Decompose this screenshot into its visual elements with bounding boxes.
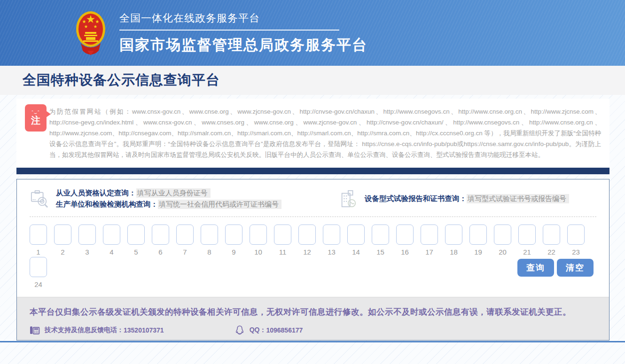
code-box-number: 19 [474,248,482,256]
code-box-cell: 12 [298,225,316,256]
code-input-7[interactable] [176,225,194,245]
code-box-number: 15 [376,248,384,256]
code-box-number: 9 [232,248,235,256]
code-input-3[interactable] [78,225,96,245]
code-box-cell: 10 [250,225,267,256]
support-phone-label: 技术支持及信息反馈电话： [45,326,124,334]
code-box-cell: 9 [225,225,242,256]
code-input-row-1: 1234567891011121314151617181920212223 [17,217,609,256]
code-input-19[interactable] [469,225,487,245]
code-box-cell: 11 [274,225,291,256]
code-box-cell: 22 [543,225,560,256]
page-title: 全国特种设备公示信息查询平台 [23,71,220,90]
code-box-number: 7 [183,248,187,256]
footer-note: 本平台仅归集公示各级发证机关颁发的特种设备相关许可信息，无权对许可信息进行修改。… [17,297,609,340]
main-container: ˆ⌣ˆ 注 为防范假冒网站（例如：www.cnsx-gov.cn、www.cns… [16,99,609,341]
support-phone-number: 13520107371 [124,326,164,334]
code-box-cell: 13 [323,225,340,256]
code-box-cell: 18 [445,225,462,256]
code-box-number: 12 [303,248,311,256]
code-input-17[interactable] [421,225,438,245]
type-test-query-hint: 填写型式试验证书号或报告编号 [467,194,569,203]
code-input-6[interactable] [152,225,169,245]
code-input-4[interactable] [103,225,120,245]
code-box-number: 10 [254,248,262,256]
code-box-cell: 4 [103,225,120,256]
code-input-1[interactable] [30,225,47,245]
code-input-9[interactable] [225,225,242,245]
qq-penguin-icon [234,325,245,335]
code-box-cell: 3 [78,225,96,256]
support-qq-label: QQ： [250,326,266,334]
code-box-cell: 23 [567,225,585,256]
code-box-number: 3 [85,248,89,256]
support-phone: 技术支持及信息反馈电话： 13520107371 [30,325,164,335]
code-box-cell: 20 [494,225,511,256]
code-box-number: 23 [572,248,580,256]
code-box-cell: 15 [372,225,389,256]
query-panel: 从业人员资格认定查询：填写从业人员身份证号 生产单位和检验检测机构查询：填写统一… [16,179,609,341]
code-box-cell: 2 [54,225,71,256]
site-title: 国家市场监督管理总局政务服务平台 [119,35,367,55]
code-box-number: 2 [61,248,64,256]
code-box-number: 22 [547,248,555,256]
person-query-label: 从业人员资格认定查询： [56,189,136,197]
code-input-20[interactable] [494,225,511,245]
code-input-15[interactable] [372,225,389,245]
code-box-number: 21 [523,248,531,256]
type-test-query-label: 设备型式试验报告和证书查询： [365,194,467,202]
code-input-18[interactable] [445,225,462,245]
code-box-cell: 24 [30,257,47,288]
code-input-11[interactable] [274,225,291,245]
code-box-number: 1 [36,248,40,256]
code-input-24[interactable] [30,257,47,277]
code-box-cell: 6 [152,225,169,256]
code-input-16[interactable] [396,225,414,245]
code-box-number: 18 [450,248,458,256]
code-input-5[interactable] [127,225,145,245]
code-box-number: 20 [499,248,507,256]
search-button[interactable]: 查询 [517,259,554,277]
code-box-number: 17 [425,248,433,256]
type-test-query-header: 设备型式试验报告和证书查询：填写型式试验证书号或报告编号 [338,190,569,209]
support-qq: QQ： 1096856177 [234,325,303,335]
code-box-number: 6 [158,248,162,256]
unit-query-hint: 填写统一社会信用代码或许可证书编号 [158,200,281,209]
building-search-icon [338,190,358,209]
navy-divider [16,168,609,174]
smiley-face-icon: ˆ⌣ˆ [31,110,40,115]
note-badge-icon: ˆ⌣ˆ 注 [25,104,47,132]
anti-fake-notice: ˆ⌣ˆ 注 为防范假冒网站（例如：www.cnsx-gov.cn、www.cns… [16,99,609,168]
code-input-23[interactable] [567,225,585,245]
clear-button[interactable]: 清空 [557,259,594,277]
code-box-cell: 16 [396,225,414,256]
code-input-10[interactable] [250,225,267,245]
code-box-cell: 5 [127,225,145,256]
disclaimer-text: 本平台仅归集公示各级发证机关颁发的特种设备相关许可信息，无权对许可信息进行修改。… [30,305,596,319]
code-input-21[interactable] [518,225,536,245]
code-box-cell: 21 [518,225,536,256]
code-input-2[interactable] [54,225,71,245]
unit-query-label: 生产单位和检验检测机构查询： [56,200,158,208]
code-input-14[interactable] [347,225,365,245]
platform-tag: 全国一体化在线政务服务平台 [119,11,339,31]
notice-text: 为防范假冒网站（例如：www.cnsx-gov.cn、www.cnse.org、… [49,106,601,160]
code-box-number: 5 [134,248,138,256]
code-input-12[interactable] [298,225,316,245]
bottom-accent-line [0,341,625,342]
code-input-8[interactable] [201,225,218,245]
code-box-number: 14 [352,248,360,256]
code-box-cell: 14 [347,225,365,256]
code-box-number: 24 [34,280,42,288]
fax-phone-icon [30,325,40,335]
person-query-hint: 填写从业人员身份证号 [136,188,211,198]
code-box-cell: 17 [421,225,438,256]
page-title-bar: 全国特种设备公示信息查询平台 [0,66,625,95]
code-box-number: 4 [109,248,113,256]
code-input-13[interactable] [323,225,340,245]
code-box-number: 16 [401,248,409,256]
code-input-22[interactable] [543,225,560,245]
support-qq-number: 1096856177 [266,326,303,334]
code-box-number: 13 [328,248,336,256]
code-box-cell: 8 [201,225,218,256]
